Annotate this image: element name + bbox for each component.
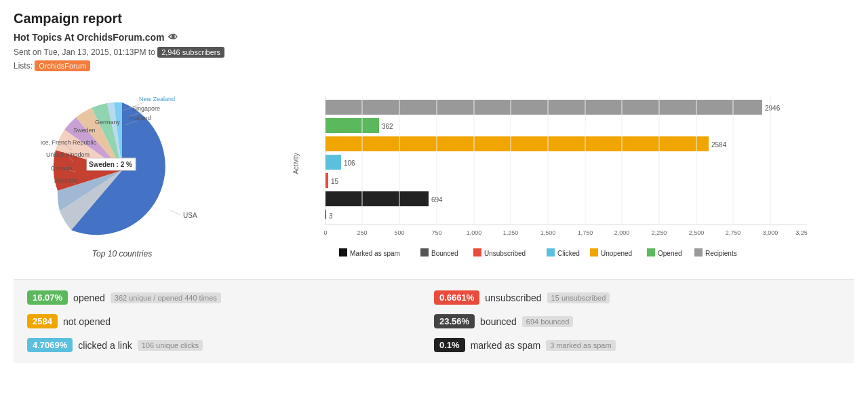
- legend-unsub-box: [473, 248, 481, 256]
- stat-unsub-note: 15 unsubscribed: [547, 292, 610, 303]
- stat-spam-badge: 0.1%: [434, 338, 465, 352]
- legend-spam-label: Marked as spam: [350, 250, 400, 257]
- stat-spam-label: marked as spam: [471, 340, 540, 351]
- stat-unsub-label: unsubscribed: [485, 292, 541, 303]
- bar-unopened: [326, 136, 709, 151]
- pie-chart-title: Top 10 countries: [92, 249, 152, 259]
- y-axis-label: Activity: [292, 153, 300, 174]
- bar-unsubscribed: [326, 173, 328, 188]
- lists-label: Lists:: [14, 61, 33, 71]
- label-sweden: Sweden: [73, 127, 96, 134]
- bar-val-unsubscribed: 15: [331, 178, 339, 185]
- stat-spam: 0.1% marked as spam 3 marked as spam: [434, 338, 841, 352]
- stat-clicked-note: 106 unique clicks: [138, 340, 203, 351]
- stat-opened-note: 362 unique / opened 440 times: [111, 292, 221, 303]
- svg-text:2,750: 2,750: [726, 229, 741, 236]
- sent-info-text: Sent on Tue, Jan 13, 2015, 01:13PM to: [14, 48, 155, 57]
- pie-svg: New Zealand Singapore Thailand Germany S…: [27, 82, 217, 245]
- label-canada: Canada: [51, 165, 73, 172]
- svg-text:2,000: 2,000: [614, 229, 630, 236]
- legend-unopened-label: Unopened: [601, 250, 632, 257]
- legend-unopened-box: [590, 248, 598, 256]
- bar-opened: [326, 118, 379, 133]
- label-germany: Germany: [95, 119, 121, 126]
- stat-clicked: 4.7069% clicked a link 106 unique clicks: [27, 338, 434, 352]
- bar-chart-svg: Activity 2946 362 2584 106 15: [244, 89, 854, 265]
- label-nz: New Zealand: [139, 96, 175, 102]
- stats-row: 16.07% opened 362 unique / opened 440 ti…: [14, 279, 854, 363]
- svg-text:1,250: 1,250: [503, 229, 519, 236]
- label-thailand: Thailand: [127, 115, 151, 121]
- eye-icon[interactable]: 👁: [168, 32, 178, 43]
- label-australia: Australia: [54, 177, 78, 184]
- legend-bounced-label: Bounced: [431, 250, 458, 257]
- legend-unsub-label: Unsubscribed: [484, 250, 526, 257]
- stats-right: 0.6661% unsubscribed 15 unsubscribed 23.…: [434, 290, 841, 352]
- campaign-name: Hot Topics At OrchidsForum.com: [14, 32, 164, 43]
- svg-text:3,25: 3,25: [795, 229, 808, 236]
- legend-clicked-box: [547, 248, 555, 256]
- bar-val-opened: 362: [382, 123, 393, 130]
- charts-row: New Zealand Singapore Thailand Germany S…: [14, 82, 854, 265]
- pie-wrapper: New Zealand Singapore Thailand Germany S…: [27, 82, 217, 245]
- stat-bounced-label: bounced: [480, 316, 517, 327]
- legend-recipients-label: Recipients: [705, 250, 737, 257]
- lists-line: Lists: OrchidsForum: [14, 60, 854, 71]
- bar-chart-container: Activity 2946 362 2584 106 15: [244, 82, 854, 265]
- bar-val-spam: 3: [329, 212, 333, 220]
- bar-val-unopened: 2584: [711, 141, 727, 149]
- stats-left: 16.07% opened 362 unique / opened 440 ti…: [27, 290, 434, 352]
- svg-text:1,000: 1,000: [467, 229, 482, 236]
- svg-text:1,500: 1,500: [540, 229, 556, 236]
- label-uk: United Kingdom: [46, 151, 90, 158]
- svg-text:250: 250: [357, 229, 367, 236]
- svg-text:500: 500: [394, 229, 404, 236]
- bar-spam: [326, 210, 326, 219]
- svg-text:750: 750: [431, 229, 441, 236]
- legend-opened-box: [647, 248, 655, 256]
- stat-notopened-label: not opened: [63, 316, 111, 327]
- bar-val-bounced: 694: [431, 196, 443, 204]
- stat-clicked-label: clicked a link: [78, 340, 132, 351]
- stat-bounced: 23.56% bounced 694 bounced: [434, 314, 841, 328]
- stat-bounced-note: 694 bounced: [522, 316, 574, 327]
- legend-clicked-label: Clicked: [557, 250, 580, 257]
- svg-text:2,250: 2,250: [652, 229, 667, 236]
- subscribers-badge: 2,946 subscribers: [157, 47, 224, 58]
- label-france: ice, French Republic: [41, 139, 97, 146]
- stat-spam-note: 3 marked as spam: [546, 340, 615, 351]
- sent-info-row: Sent on Tue, Jan 13, 2015, 01:13PM to 2,…: [14, 47, 854, 58]
- stat-opened: 16.07% opened 362 unique / opened 440 ti…: [27, 290, 434, 305]
- pie-chart-container: New Zealand Singapore Thailand Germany S…: [14, 82, 231, 265]
- stat-unsubscribed: 0.6661% unsubscribed 15 unsubscribed: [434, 290, 841, 305]
- legend-bounced-box: [420, 248, 429, 256]
- stat-opened-badge: 16.07%: [27, 290, 68, 305]
- svg-line-9: [170, 210, 180, 215]
- bar-clicked: [326, 155, 341, 170]
- bar-val-recipients: 2946: [765, 104, 781, 112]
- page-title: Campaign report: [14, 11, 854, 26]
- svg-text:1,750: 1,750: [578, 229, 593, 236]
- list-name-badge: OrchidsForum: [35, 60, 90, 71]
- legend-recipients-box: [694, 248, 703, 256]
- svg-text:3,000: 3,000: [763, 229, 778, 236]
- stat-clicked-badge: 4.7069%: [27, 338, 73, 352]
- svg-text:0: 0: [323, 229, 327, 236]
- pie-tooltip: Sweden : 2 %: [89, 161, 132, 168]
- bar-bounced: [326, 191, 429, 206]
- stat-not-opened: 2584 not opened: [27, 314, 434, 328]
- svg-text:2,500: 2,500: [689, 229, 705, 236]
- stat-bounced-badge: 23.56%: [434, 314, 475, 328]
- campaign-title-row: Hot Topics At OrchidsForum.com 👁: [14, 32, 854, 43]
- legend-spam-box: [339, 248, 347, 256]
- legend-opened-label: Opened: [658, 250, 682, 257]
- label-usa: USA: [183, 212, 197, 219]
- page-container: Campaign report Hot Topics At OrchidsFor…: [0, 0, 868, 374]
- bar-val-clicked: 106: [344, 159, 355, 167]
- stat-unsub-badge: 0.6661%: [434, 290, 479, 305]
- stat-opened-label: opened: [73, 292, 105, 303]
- label-singapore: Singapore: [132, 105, 160, 112]
- stat-notopened-badge: 2584: [27, 314, 58, 328]
